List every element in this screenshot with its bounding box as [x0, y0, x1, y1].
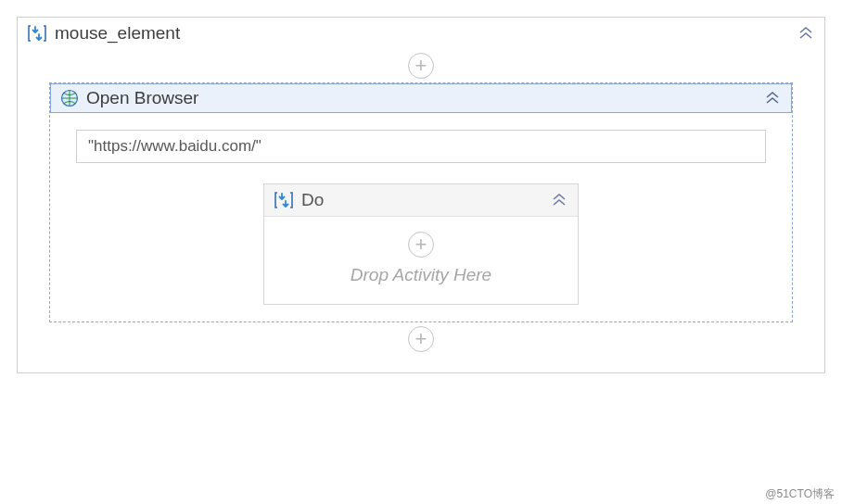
- collapse-icon[interactable]: [763, 90, 782, 107]
- sequence-title: mouse_element: [55, 23, 180, 44]
- open-browser-container[interactable]: Open Browser "https://www.baidu.com/": [49, 82, 793, 322]
- sequence-container[interactable]: mouse_element Open Browser: [17, 17, 825, 373]
- watermark: @51CTO博客: [765, 486, 835, 502]
- drop-hint: Drop Activity Here: [264, 265, 578, 285]
- add-activity-button[interactable]: [408, 326, 434, 352]
- do-header: Do: [264, 184, 578, 217]
- add-activity-top-row: [18, 49, 824, 82]
- sequence-header: mouse_element: [18, 18, 824, 49]
- add-activity-inner-row: [264, 228, 578, 261]
- sequence-icon: [274, 190, 294, 210]
- add-activity-button[interactable]: [408, 232, 434, 258]
- do-title: Do: [301, 190, 324, 210]
- globe-icon: [60, 89, 79, 107]
- do-container[interactable]: Do Drop Activity Here: [263, 183, 579, 305]
- open-browser-title: Open Browser: [86, 88, 198, 108]
- url-input[interactable]: "https://www.baidu.com/": [76, 130, 766, 163]
- url-value: "https://www.baidu.com/": [88, 137, 262, 156]
- add-activity-bottom-row: [18, 322, 824, 356]
- open-browser-header: Open Browser: [50, 83, 792, 113]
- collapse-icon[interactable]: [797, 25, 815, 42]
- drop-zone[interactable]: Drop Activity Here: [264, 217, 578, 304]
- collapse-icon[interactable]: [550, 192, 568, 208]
- sequence-icon: [27, 23, 47, 44]
- add-activity-button[interactable]: [408, 53, 434, 79]
- url-row: "https://www.baidu.com/": [50, 113, 792, 172]
